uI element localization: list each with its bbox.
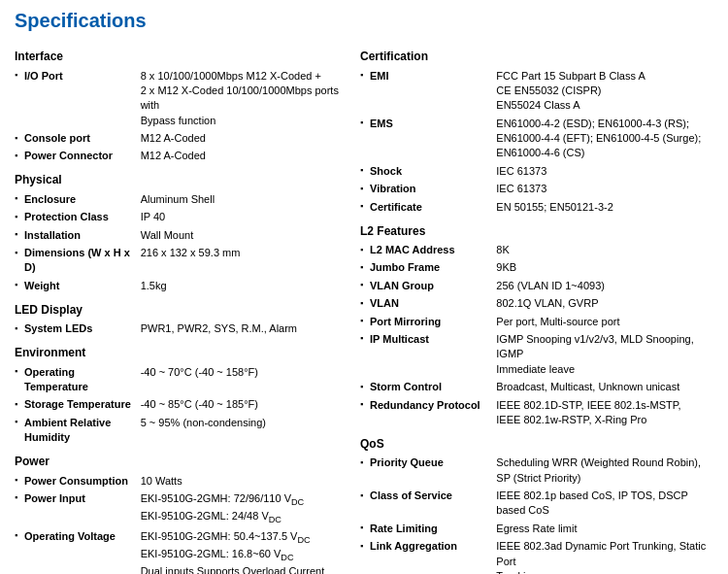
spec-value: -40 ~ 85°C (-40 ~ 185°F) [139, 396, 341, 414]
spec-value: EN 50155; EN50121-3-2 [494, 198, 713, 216]
spec-value: 9KB [494, 259, 713, 277]
spec-value: 802.1Q VLAN, GVRP [494, 295, 713, 313]
spec-label: EMS [360, 115, 494, 162]
spec-value: M12 A-Coded [139, 130, 341, 148]
spec-value: EN61000-4-2 (ESD); EN61000-4-3 (RS);EN61… [494, 115, 713, 162]
table-row: Dimensions (W x H x D)216 x 132 x 59.3 m… [15, 245, 341, 278]
spec-value: EKI-9510G-2GMH: 50.4~137.5 VDCEKI-9510G-… [139, 527, 341, 574]
section-title-certification: Certification [360, 50, 713, 63]
spec-value: FCC Part 15 Subpart B Class ACE EN55032 … [494, 67, 713, 115]
spec-label: L2 MAC Address [360, 242, 494, 259]
spec-label: Console port [15, 130, 139, 148]
table-row: EMSEN61000-4-2 (ESD); EN61000-4-3 (RS);E… [360, 115, 713, 162]
table-row: VLAN Group256 (VLAN ID 1~4093) [360, 277, 713, 294]
spec-value: IEC 61373 [494, 162, 713, 180]
table-row: Storm ControlBroadcast, Multicast, Unkno… [360, 379, 713, 396]
table-row: Priority QueueScheduling WRR (Weighted R… [360, 455, 713, 488]
spec-value: Broadcast, Multicast, Unknown unicast [494, 379, 713, 396]
section-title-power: Power [15, 455, 341, 468]
spec-value: Wall Mount [139, 226, 341, 244]
two-col-layout: InterfaceI/O Port8 x 10/100/1000Mbps M12… [15, 42, 713, 574]
spec-label: Storage Temperature [15, 396, 139, 414]
spec-value: Scheduling WRR (Weighted Round Robin),SP… [494, 455, 713, 488]
spec-label: Class of Service [360, 488, 494, 521]
table-row: IP MulticastIGMP Snooping v1/v2/v3, MLD … [360, 330, 713, 378]
spec-label: Storm Control [360, 379, 494, 396]
table-row: Port MirroringPer port, Multi-source por… [360, 313, 713, 330]
spec-value: IGMP Snooping v1/v2/v3, MLD Snooping, IG… [494, 330, 713, 378]
spec-value: Aluminum Shell [139, 190, 341, 208]
spec-table-led-display: System LEDsPWR1, PWR2, SYS, R.M., Alarm [15, 321, 341, 338]
spec-table-qos: Priority QueueScheduling WRR (Weighted R… [360, 455, 713, 574]
table-row: Power InputEKI-9510G-2GMH: 72/96/110 VDC… [15, 490, 341, 527]
spec-value: 10 Watts [139, 472, 341, 490]
table-row: Console portM12 A-Coded [15, 130, 341, 148]
spec-value: EKI-9510G-2GMH: 72/96/110 VDCEKI-9510G-2… [139, 490, 341, 527]
spec-value: IEEE 802.3ad Dynamic Port Trunking, Stat… [494, 538, 713, 574]
spec-label: Power Input [15, 490, 139, 527]
spec-value: IP 40 [139, 209, 341, 226]
spec-value: -40 ~ 70°C (-40 ~ 158°F) [139, 363, 341, 396]
table-row: Power Consumption10 Watts [15, 472, 341, 490]
spec-label: IP Multicast [360, 330, 494, 378]
spec-label: Jumbo Frame [360, 259, 494, 277]
table-row: I/O Port8 x 10/100/1000Mbps M12 X-Coded … [15, 67, 341, 130]
table-row: Power ConnectorM12 A-Coded [15, 148, 341, 165]
table-row: L2 MAC Address8K [360, 242, 713, 259]
table-row: EMIFCC Part 15 Subpart B Class ACE EN550… [360, 67, 713, 115]
table-row: VLAN802.1Q VLAN, GVRP [360, 295, 713, 313]
section-title-physical: Physical [15, 173, 341, 186]
table-row: Jumbo Frame9KB [360, 259, 713, 277]
table-row: VibrationIEC 61373 [360, 181, 713, 198]
table-row: Protection ClassIP 40 [15, 209, 341, 226]
spec-value: 5 ~ 95% (non-condensing) [139, 414, 341, 447]
spec-label: Operating Temperature [15, 363, 139, 396]
spec-label: Priority Queue [360, 455, 494, 488]
spec-table-l2-features: L2 MAC Address8KJumbo Frame9KBVLAN Group… [360, 242, 713, 429]
spec-label: Redundancy Protocol [360, 396, 494, 429]
table-row: Link AggregationIEEE 802.3ad Dynamic Por… [360, 538, 713, 574]
right-column: CertificationEMIFCC Part 15 Subpart B Cl… [360, 42, 713, 574]
table-row: Storage Temperature-40 ~ 85°C (-40 ~ 185… [15, 396, 341, 414]
spec-table-physical: EnclosureAluminum ShellProtection ClassI… [15, 190, 341, 294]
spec-table-power: Power Consumption10 WattsPower InputEKI-… [15, 472, 341, 574]
table-row: Weight1.5kg [15, 277, 341, 294]
spec-value: PWR1, PWR2, SYS, R.M., Alarm [139, 321, 341, 338]
spec-label: I/O Port [15, 67, 139, 130]
spec-value: 8 x 10/100/1000Mbps M12 X-Coded +2 x M12… [139, 67, 341, 130]
spec-label: Rate Limiting [360, 520, 494, 537]
section-title-led-display: LED Display [15, 303, 341, 317]
spec-label: Installation [15, 226, 139, 244]
spec-label: Link Aggregation [360, 538, 494, 574]
spec-table-interface: I/O Port8 x 10/100/1000Mbps M12 X-Coded … [15, 67, 341, 165]
spec-table-certification: EMIFCC Part 15 Subpart B Class ACE EN550… [360, 67, 713, 217]
main-content: Specifications InterfaceI/O Port8 x 10/1… [0, 0, 728, 574]
spec-label: Certificate [360, 198, 494, 216]
spec-label: EMI [360, 67, 494, 115]
spec-value: Egress Rate limit [494, 520, 713, 537]
spec-value: IEEE 802.1p based CoS, IP TOS, DSCP base… [494, 488, 713, 521]
left-column: InterfaceI/O Port8 x 10/100/1000Mbps M12… [15, 42, 341, 574]
table-row: Operating VoltageEKI-9510G-2GMH: 50.4~13… [15, 527, 341, 574]
spec-value: 1.5kg [139, 277, 341, 294]
spec-label: Shock [360, 162, 494, 180]
spec-label: System LEDs [15, 321, 139, 338]
spec-table-environment: Operating Temperature-40 ~ 70°C (-40 ~ 1… [15, 363, 341, 447]
spec-label: Vibration [360, 181, 494, 198]
table-row: ShockIEC 61373 [360, 162, 713, 180]
spec-value: IEC 61373 [494, 181, 713, 198]
table-row: System LEDsPWR1, PWR2, SYS, R.M., Alarm [15, 321, 341, 338]
spec-value: IEEE 802.1D-STP, IEEE 802.1s-MSTP,IEEE 8… [494, 396, 713, 429]
spec-label: Operating Voltage [15, 527, 139, 574]
section-title-qos: QoS [360, 437, 713, 451]
table-row: Rate LimitingEgress Rate limit [360, 520, 713, 537]
spec-label: VLAN [360, 295, 494, 313]
table-row: Class of ServiceIEEE 802.1p based CoS, I… [360, 488, 713, 521]
table-row: Operating Temperature-40 ~ 70°C (-40 ~ 1… [15, 363, 341, 396]
spec-label: Ambient Relative Humidity [15, 414, 139, 447]
spec-value: 8K [494, 242, 713, 259]
spec-label: Enclosure [15, 190, 139, 208]
section-title-environment: Environment [15, 346, 341, 359]
spec-label: Power Connector [15, 148, 139, 165]
table-row: CertificateEN 50155; EN50121-3-2 [360, 198, 713, 216]
